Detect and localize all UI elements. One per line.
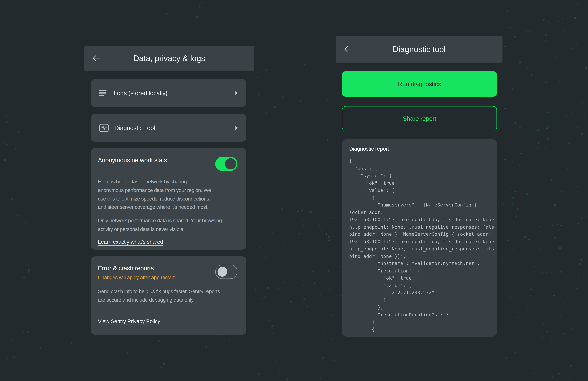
background-dot (298, 233, 300, 235)
background-dot (25, 222, 26, 223)
background-dot (533, 266, 535, 267)
background-dot (287, 378, 288, 380)
background-dot (519, 61, 521, 63)
crash-reports-toggle[interactable] (215, 265, 237, 279)
background-dot (547, 139, 549, 140)
background-dot (546, 127, 548, 129)
background-dot (578, 278, 579, 279)
background-dot (340, 295, 341, 296)
background-dot (334, 360, 335, 361)
row-diagnostic-tool[interactable]: Diagnostic Tool (91, 114, 246, 141)
background-dot (545, 82, 547, 83)
background-dot (513, 326, 515, 328)
background-dot (7, 358, 8, 359)
logs-lines-icon (99, 90, 108, 96)
background-dot (15, 148, 16, 150)
background-dot (266, 112, 267, 113)
background-dot (519, 127, 521, 128)
background-dot (11, 198, 13, 200)
background-dot (283, 245, 284, 246)
background-dot (571, 113, 572, 114)
background-dot (542, 272, 543, 274)
anonymous-stats-toggle[interactable] (215, 157, 237, 171)
background-dot (302, 225, 304, 226)
card-error-crash-reports: Error & crash reports Changes will apply… (91, 256, 246, 335)
learn-whats-shared-link[interactable]: Learn exactly what's shared (98, 239, 163, 245)
background-dot (6, 121, 7, 123)
background-dot (566, 116, 567, 117)
background-dot (510, 297, 511, 298)
background-dot (577, 186, 578, 187)
background-dot (547, 21, 549, 22)
background-dot (279, 370, 280, 371)
row-logs[interactable]: Logs (stored locally) (91, 79, 246, 107)
background-dot (520, 153, 522, 154)
background-dot (4, 159, 6, 161)
background-dot (305, 225, 306, 226)
background-dot (581, 259, 582, 261)
background-dot (199, 6, 200, 7)
background-dot (563, 333, 565, 334)
anonymous-stats-privacy-note: Only network performance data is shared.… (98, 217, 243, 234)
background-dot (503, 203, 504, 204)
background-dot (554, 237, 556, 238)
background-dot (502, 258, 503, 259)
background-dot (201, 2, 202, 3)
background-dot (265, 257, 266, 259)
background-dot (260, 247, 261, 248)
background-dot (258, 93, 260, 94)
background-dot (196, 16, 198, 18)
background-dot (554, 204, 556, 206)
background-dot (324, 332, 325, 333)
background-dot (524, 236, 526, 238)
sentry-privacy-policy-link[interactable]: View Sentry Privacy Policy (98, 318, 160, 324)
background-dot (576, 288, 577, 289)
background-dot (515, 122, 516, 123)
restart-warning-text: Changes will apply after app restart. (98, 275, 176, 281)
share-report-button[interactable]: Share report (342, 106, 497, 131)
background-dot (517, 208, 518, 209)
background-dot (562, 18, 563, 20)
background-dot (525, 298, 525, 299)
background-dot (320, 378, 322, 379)
background-dot (13, 356, 15, 358)
background-dot (538, 12, 539, 13)
background-dot (529, 99, 530, 100)
background-dot (574, 17, 576, 19)
background-dot (529, 257, 530, 258)
background-dot (512, 203, 513, 205)
background-dot (272, 325, 273, 327)
left-header: Data, privacy & logs (84, 46, 254, 71)
run-diagnostics-button[interactable]: Run diagnostics (342, 71, 497, 97)
background-dot (511, 188, 512, 189)
background-dot (258, 373, 259, 375)
diagnostic-report-code-clip: { "dns": { "system": { "ok": true, "valu… (349, 158, 494, 333)
background-dot (530, 289, 532, 290)
background-dot (329, 217, 331, 218)
background-dot (18, 131, 19, 133)
background-dot (255, 289, 256, 290)
background-dot (547, 112, 549, 113)
background-dot (540, 226, 541, 227)
background-dot (585, 140, 586, 141)
background-dot (560, 271, 562, 273)
background-dot (328, 271, 329, 272)
background-dot (303, 298, 305, 300)
background-dot (166, 13, 167, 15)
background-dot (321, 229, 322, 231)
background-dot (563, 30, 564, 32)
background-dot (577, 127, 578, 128)
background-dot (300, 100, 301, 101)
background-dot (318, 225, 320, 226)
background-dot (160, 367, 162, 368)
background-dot (276, 361, 277, 363)
background-dot (572, 278, 574, 279)
background-dot (538, 129, 539, 131)
background-dot (559, 81, 560, 82)
background-dot (326, 233, 328, 235)
background-dot (329, 289, 331, 290)
background-dot (546, 330, 548, 332)
background-dot (537, 146, 538, 148)
background-dot (328, 270, 330, 271)
background-dot (290, 301, 292, 302)
